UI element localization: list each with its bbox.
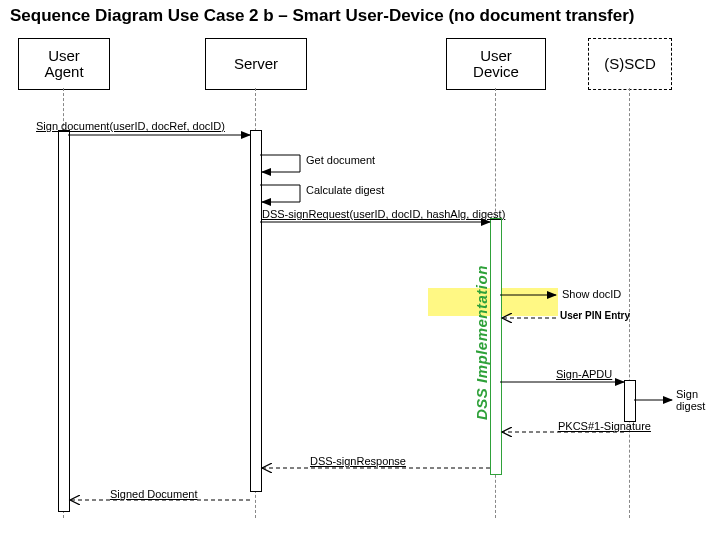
msg-sign-apdu: Sign-APDU <box>556 368 612 380</box>
actor-user-device: User Device <box>446 38 546 90</box>
actor-sscd: (S)SCD <box>588 38 672 90</box>
msg-user-pin-entry: User PIN Entry <box>560 310 630 321</box>
msg-calculate-digest: Calculate digest <box>306 184 384 196</box>
msg-show-docid: Show docID <box>562 288 621 300</box>
sequence-diagram: { "title": "Sequence Diagram Use Case 2 … <box>0 0 720 540</box>
activation-user-device <box>490 218 502 475</box>
msg-dss-sign-request: DSS-signRequest(userID, docID, hashAlg, … <box>262 208 505 220</box>
msg-sign-document: Sign document(userID, docRef, docID) <box>36 120 225 132</box>
actor-user-agent: User Agent <box>18 38 110 90</box>
activation-sscd <box>624 380 636 422</box>
activation-server <box>250 130 262 492</box>
msg-dss-sign-response: DSS-signResponse <box>310 455 406 467</box>
diagram-title: Sequence Diagram Use Case 2 b – Smart Us… <box>10 6 635 26</box>
note-sign-digest: Sign digest <box>676 388 716 412</box>
msg-pkcs1-signature: PKCS#1-Signature <box>558 420 651 432</box>
actor-server: Server <box>205 38 307 90</box>
msg-get-document: Get document <box>306 154 375 166</box>
activation-user-agent <box>58 130 70 512</box>
msg-signed-document: Signed Document <box>110 488 197 500</box>
lifeline-sscd <box>629 88 630 518</box>
dss-implementation-label: DSS Implementation <box>473 265 490 420</box>
